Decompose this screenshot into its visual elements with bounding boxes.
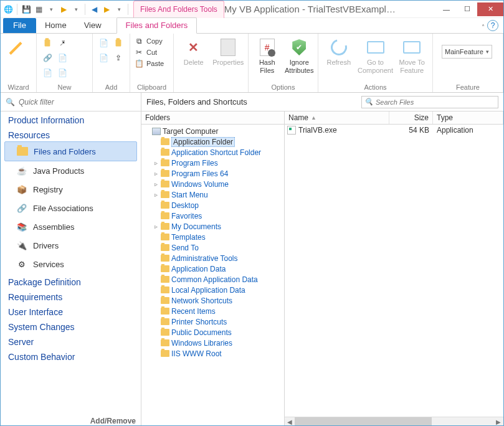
grid-icon[interactable]: ▦ — [34, 4, 44, 14]
tree-node[interactable]: Application Shortcut Folder — [144, 147, 284, 158]
nav-system-changes[interactable]: System Changes — [1, 318, 141, 333]
tree-node[interactable]: Windows Libraries — [144, 338, 284, 348]
folder-icon — [161, 138, 169, 145]
new-ini-button[interactable]: 📄 — [55, 51, 69, 65]
maximize-button[interactable]: ☐ — [457, 2, 477, 16]
new-url-button[interactable]: 🔗 — [40, 51, 54, 65]
tree-node[interactable]: ▹Program Files — [144, 158, 284, 168]
add-remove-link[interactable]: Add/Remove — [90, 417, 136, 425]
new-text-button[interactable]: 📄 — [55, 66, 69, 80]
quick-filter[interactable]: 🔍 — [1, 93, 141, 111]
help-button[interactable]: ? — [487, 20, 498, 31]
cut-button[interactable]: ✂Cut — [134, 47, 164, 57]
folders-header: Folders — [141, 111, 284, 125]
quick-filter-input[interactable] — [19, 98, 136, 107]
nav-item-services[interactable]: ⚙Services — [1, 255, 141, 273]
run-icon[interactable]: ▶ — [59, 4, 69, 14]
ribbon-collapse-icon[interactable]: ˄ — [482, 24, 485, 31]
nav-server[interactable]: Server — [1, 333, 141, 348]
nav-product-information[interactable]: Product Information — [1, 111, 141, 126]
refresh-button[interactable]: Refresh — [322, 36, 356, 67]
add-files-icon: 📄 — [98, 38, 108, 48]
add-import-button[interactable]: ⇪ — [112, 51, 125, 65]
tab-view[interactable]: View — [75, 18, 110, 33]
tree-node[interactable]: Application Data — [144, 263, 284, 274]
nav-forward-icon[interactable]: ▶ — [102, 4, 112, 14]
tree-root[interactable]: Target Computer — [144, 126, 284, 136]
ignore-attributes-button[interactable]: ✔Ignore Attributes — [285, 36, 315, 74]
close-button[interactable]: ✕ — [477, 2, 503, 16]
tree-node[interactable]: Administrative Tools — [144, 253, 284, 263]
nav-item-file-associations[interactable]: 🔗File Associations — [1, 199, 141, 217]
scroll-thumb[interactable] — [295, 417, 432, 426]
scroll-left-icon[interactable]: ◀ — [285, 417, 295, 426]
col-size[interactable]: Size — [389, 111, 433, 124]
tree-node[interactable]: ▹Program Files 64 — [144, 168, 284, 179]
scroll-right-icon[interactable]: ▶ — [493, 417, 503, 426]
nav-dropdown-icon[interactable]: ▾ — [114, 4, 124, 14]
search-files[interactable]: 🔍 — [361, 96, 498, 108]
copy-button[interactable]: ⧉Copy — [134, 36, 164, 46]
nav-user-interface[interactable]: User Interface — [1, 303, 141, 318]
tab-home[interactable]: Home — [36, 18, 75, 33]
expander-icon[interactable]: ▹ — [153, 191, 159, 198]
qat-dropdown-icon[interactable]: ▾ — [46, 4, 56, 14]
tree-node[interactable]: Favorites — [144, 211, 284, 221]
tree-node[interactable]: Common Application Data — [144, 274, 284, 285]
tree-node[interactable]: ▹Start Menu — [144, 189, 284, 200]
tree-node[interactable]: Application Folder — [144, 136, 284, 147]
col-type[interactable]: Type — [433, 111, 503, 124]
tree-node[interactable]: Send To — [144, 242, 284, 253]
new-xml-button[interactable]: 📄 — [40, 66, 54, 80]
nav-item-assemblies[interactable]: 📚Assemblies — [1, 217, 141, 236]
tree-node[interactable]: Desktop — [144, 200, 284, 211]
file-row[interactable]: TrialVB.exe54 KBApplication — [285, 125, 503, 136]
tree-node[interactable]: Local Application Data — [144, 285, 284, 295]
properties-button[interactable]: Properties — [212, 36, 245, 67]
expander-icon[interactable]: ▹ — [153, 170, 159, 177]
tree-node[interactable]: Printer Shortcuts — [144, 316, 284, 327]
tree-node[interactable]: ▹My Documents — [144, 221, 284, 232]
tree-node[interactable]: Public Documents — [144, 327, 284, 338]
wizard-button[interactable] — [4, 36, 32, 57]
run-dropdown-icon[interactable]: ▾ — [71, 4, 81, 14]
nav-item-drivers[interactable]: 🔌Drivers — [1, 236, 141, 255]
nav-item-java-products[interactable]: ☕Java Products — [1, 161, 141, 180]
refresh-icon — [328, 36, 350, 59]
go-to-component-button[interactable]: Go to Component — [358, 36, 393, 74]
expander-icon[interactable]: ▹ — [153, 181, 159, 187]
nav-item-files-and-folders[interactable]: Files and Folders — [4, 141, 137, 161]
minimize-button[interactable]: — — [436, 2, 457, 16]
add-temp-button[interactable]: 📄 — [97, 51, 110, 65]
feature-combo[interactable]: MainFeature ▾ — [442, 45, 492, 59]
hash-files-button[interactable]: #Hash Files — [252, 36, 282, 74]
new-shortcut-button[interactable]: ⭷ — [55, 36, 69, 50]
tree-node[interactable]: IIS WWW Root — [144, 348, 284, 359]
tree-node[interactable]: Recent Items — [144, 306, 284, 316]
tree-node[interactable]: ▹Windows Volume — [144, 179, 284, 189]
nav-back-icon[interactable]: ◀ — [89, 4, 99, 14]
folder-icon — [161, 286, 169, 293]
nav-resources[interactable]: Resources — [1, 126, 141, 141]
delete-button[interactable]: ✕Delete — [178, 36, 210, 67]
nav-package-definition[interactable]: Package Definition — [1, 273, 141, 288]
save-icon[interactable]: 💾 — [21, 4, 31, 14]
paste-button[interactable]: 📋Paste — [134, 59, 164, 69]
tab-file[interactable]: File — [3, 18, 36, 33]
nav-item-registry[interactable]: 📦Registry — [1, 180, 141, 199]
tree-node[interactable]: Network Shortcuts — [144, 295, 284, 306]
nav-custom-behavior[interactable]: Custom Behavior — [1, 348, 141, 363]
nav-requirements[interactable]: Requirements — [1, 288, 141, 303]
move-to-feature-button[interactable]: Move To Feature — [396, 36, 429, 74]
horizontal-scrollbar[interactable]: ◀ ▶ — [285, 417, 503, 426]
expander-icon[interactable]: ▹ — [153, 159, 159, 166]
tab-files-and-folders[interactable]: Files and Folders — [116, 17, 197, 34]
tree-node[interactable]: Templates — [144, 232, 284, 242]
col-name[interactable]: Name▲ — [285, 111, 389, 124]
contextual-tool-tab[interactable]: Files And Folders Tools — [133, 1, 224, 18]
expander-icon[interactable]: ▹ — [153, 223, 159, 230]
search-files-input[interactable] — [376, 98, 495, 106]
add-folder-button[interactable] — [112, 36, 125, 50]
new-folder-button[interactable] — [40, 36, 54, 50]
add-files-button[interactable]: 📄 — [97, 36, 110, 50]
